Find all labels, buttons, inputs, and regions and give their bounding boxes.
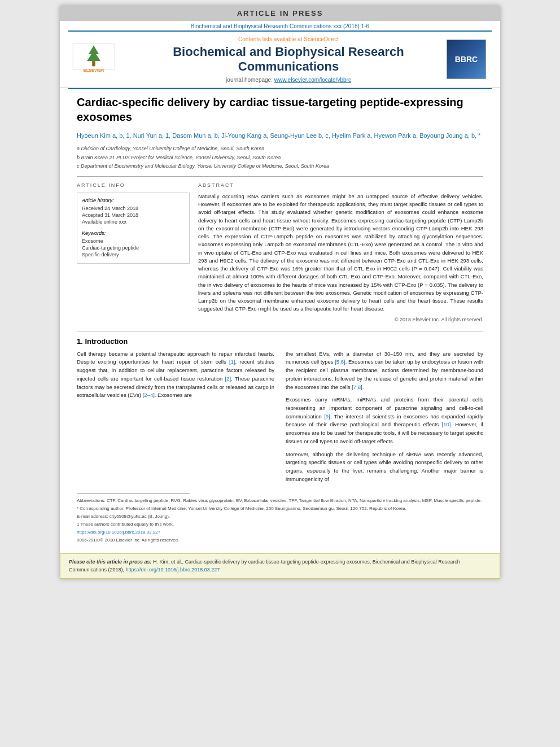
affiliation-a: a Division of Cardiology, Yonsei Univers…: [77, 145, 483, 153]
keyword-3: Specific-delivery: [82, 252, 185, 257]
page: ARTICLE IN PRESS Biochemical and Biophys…: [60, 6, 500, 579]
authors-line: Hyoeun Kim a, b, 1, Nuri Yun a, 1, Dasom…: [77, 131, 483, 141]
fn-abbreviations: Abbreviations: CTP, Cardiac-targeting pe…: [77, 497, 483, 504]
fn-equal-text: 1 These authors contributed equally to t…: [77, 522, 174, 527]
fn-corresponding: * Corresponding author. Professor of Int…: [77, 505, 483, 512]
accepted-date: Accepted 31 March 2018: [82, 212, 185, 218]
journal-reference-line: Biochemical and Biophysical Research Com…: [60, 21, 500, 30]
svg-rect-3: [92, 61, 95, 66]
fn-corresponding-text: * Corresponding author. Professor of Int…: [77, 506, 406, 511]
keyword-1: Exosome: [82, 238, 185, 244]
ref-2-4: [2–4]: [143, 392, 155, 398]
fn-issn-text: 0006-291X/© 2018 Elsevier Inc. All right…: [77, 538, 179, 543]
section-number: 1.: [77, 337, 83, 346]
science-direct-text: ScienceDirect: [304, 36, 339, 42]
please-cite-label: Please cite this article in press as:: [69, 559, 153, 565]
affiliations: a Division of Cardiology, Yonsei Univers…: [77, 145, 483, 171]
citation-bar: Please cite this article in press as: H.…: [60, 553, 500, 579]
introduction-body: Cell therapy became a potential therapeu…: [77, 350, 483, 488]
intro-right-col: the smallest EVs, with a diameter of 30–…: [286, 350, 483, 488]
abstract-column: ABSTRACT Naturally occurring RNA carrier…: [198, 182, 483, 322]
ref-7-8: [7,8]: [352, 384, 362, 390]
fn-email-text: E-mail address: chy6908@yuhs.ac (B. Joun…: [77, 514, 170, 519]
abstract-text: Naturally occurring RNA carriers such as…: [198, 193, 483, 313]
homepage-label: journal homepage:: [226, 77, 274, 83]
ref-2: [2]: [225, 375, 231, 382]
article-divider-2: [77, 331, 483, 331]
fn-email: E-mail address: chy6908@yuhs.ac (B. Joun…: [77, 513, 483, 520]
keywords-label: Keywords:: [82, 230, 185, 236]
bbrc-logo-text: BBRC: [455, 55, 478, 64]
abstract-body: Naturally occurring RNA carriers such as…: [198, 193, 483, 312]
history-label: Article history:: [82, 198, 185, 203]
fn-abbrev-text: Abbreviations: CTP, Cardiac-targeting pe…: [77, 498, 482, 503]
elsevier-logo-area: ELSEVIER: [68, 41, 130, 77]
intro-para-1: Cell therapy became a potential therapeu…: [77, 350, 274, 400]
intro-para-3: Exosomes carry mRNAs, miRNAs and protein…: [286, 396, 483, 445]
ref-9: [9]: [324, 413, 330, 420]
section-title-text: Introduction: [85, 337, 128, 346]
science-direct-line: Contents lists available at ScienceDirec…: [136, 36, 441, 42]
intro-para-2: the smallest EVs, with a diameter of 30–…: [286, 350, 483, 392]
copyright-notice: © 2018 Elsevier Inc. All rights reserved…: [198, 317, 483, 322]
ref-10: [10]: [442, 421, 451, 427]
journal-title: Biochemical and Biophysical Research Com…: [136, 45, 441, 75]
article-divider-1: [77, 176, 483, 177]
ref-1: [1]: [229, 359, 235, 365]
article-info-label: ARTICLE INFO: [77, 182, 190, 188]
intro-para-4: Moreover, although the delivering techni…: [286, 451, 483, 484]
fn-equal-contrib: 1 These authors contributed equally to t…: [77, 521, 483, 528]
introduction-heading: 1. Introduction: [77, 337, 483, 346]
bottom-header-divider: [68, 88, 492, 89]
article-in-press-banner: ARTICLE IN PRESS: [60, 6, 500, 21]
journal-info-center: Contents lists available at ScienceDirec…: [130, 36, 447, 83]
footnotes: Abbreviations: CTP, Cardiac-targeting pe…: [77, 497, 483, 544]
fn-issn: 0006-291X/© 2018 Elsevier Inc. All right…: [77, 537, 483, 544]
fn-doi: https://doi.org/10.1016/j.bbrc.2018.03.2…: [77, 529, 483, 536]
bbrc-logo-icon: BBRC: [447, 40, 486, 79]
received-date: Received 24 March 2018: [82, 206, 185, 211]
aip-text: ARTICLE IN PRESS: [237, 9, 323, 18]
ref-5-6: [5,6]: [335, 359, 345, 365]
article-info-column: ARTICLE INFO Article history: Received 2…: [77, 182, 190, 322]
keywords-section: Keywords: Exosome Cardiac-targeting pept…: [82, 230, 185, 257]
article-title: Cardiac-specific delivery by cardiac tis…: [77, 95, 483, 124]
journal-header: ELSEVIER Contents lists available at Sci…: [60, 32, 500, 88]
contents-label: Contents lists available at: [238, 36, 304, 42]
authors-text: Hyoeun Kim a, b, 1, Nuri Yun a, 1, Dasom…: [77, 132, 480, 139]
homepage-url[interactable]: www.elsevier.com/locate/ybbrc: [274, 77, 351, 83]
bbrc-logo-area: BBRC: [447, 40, 492, 79]
article-info-abstract-row: ARTICLE INFO Article history: Received 2…: [77, 182, 483, 322]
article-info-box: Article history: Received 24 March 2018 …: [77, 193, 190, 264]
intro-left-col: Cell therapy became a potential therapeu…: [77, 350, 274, 488]
available-online: Available online xxx: [82, 219, 185, 225]
svg-text:ELSEVIER: ELSEVIER: [84, 68, 104, 73]
abstract-label: ABSTRACT: [198, 182, 483, 188]
elsevier-logo-icon: ELSEVIER: [68, 41, 119, 75]
article-content: Cardiac-specific delivery by cardiac tis…: [60, 95, 500, 554]
affiliation-b: b Brain Korea 21 PLUS Project for Medica…: [77, 154, 483, 162]
footnotes-divider: [77, 493, 190, 494]
keyword-2: Cardiac-targeting peptide: [82, 245, 185, 251]
affiliation-c: c Department of Biochemistry and Molecul…: [77, 163, 483, 171]
doi-link[interactable]: https://doi.org/10.1016/j.bbrc.2018.03.2…: [77, 530, 160, 535]
journal-homepage-line: journal homepage: www.elsevier.com/locat…: [136, 77, 441, 83]
citation-doi[interactable]: https://doi.org/10.1016/j.bbrc.2018.03.2…: [126, 567, 220, 573]
journal-ref-text: Biochemical and Biophysical Research Com…: [191, 23, 369, 29]
